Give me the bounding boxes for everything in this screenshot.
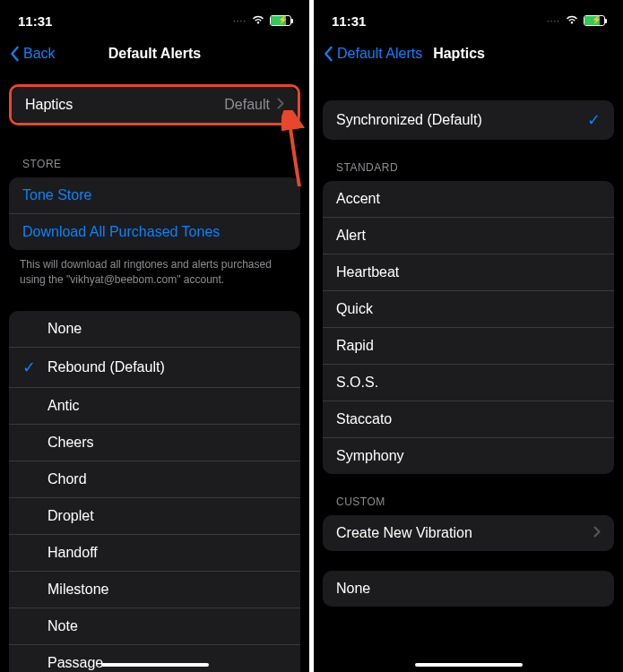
wifi-icon	[251, 13, 265, 29]
home-indicator[interactable]	[101, 663, 209, 667]
download-all-link[interactable]: Download All Purchased Tones	[9, 214, 300, 250]
status-icons: ···· ⚡	[547, 13, 605, 29]
haptic-label: Alert	[336, 228, 366, 244]
tone-label: Milestone	[48, 582, 108, 598]
tone-label: Rebound (Default)	[48, 359, 165, 375]
haptic-row[interactable]: Alert	[323, 218, 614, 254]
nav-title: Default Alerts	[108, 46, 201, 62]
none-cell[interactable]: None	[323, 571, 614, 607]
tone-row[interactable]: Droplet	[9, 498, 300, 535]
haptic-row[interactable]: Accent	[323, 181, 614, 218]
tone-label: Handoff	[48, 545, 98, 561]
none-group: None	[323, 571, 614, 607]
nav-bar: Back Default Alerts	[0, 36, 309, 73]
haptic-label: Accent	[336, 191, 380, 207]
check-icon: ✓	[587, 110, 601, 130]
tone-row[interactable]: Note	[9, 608, 300, 645]
haptics-row-highlight: Haptics Default	[9, 84, 300, 125]
tone-list: None✓Rebound (Default)AnticCheersChordDr…	[9, 311, 300, 672]
synced-label: Synchronized (Default)	[336, 112, 482, 128]
status-bar: 11:31 ···· ⚡	[314, 0, 623, 36]
nav-title: Haptics	[433, 46, 485, 62]
wifi-icon	[565, 13, 579, 29]
check-col: ✓	[22, 358, 48, 377]
store-group: Tone Store Download All Purchased Tones	[9, 177, 300, 250]
back-label: Default Alerts	[337, 46, 422, 62]
battery-icon: ⚡	[584, 15, 605, 26]
tone-label: Chord	[48, 471, 87, 487]
tone-label: Passage	[48, 655, 103, 671]
standard-group: AccentAlertHeartbeatQuickRapidS.O.S.Stac…	[323, 181, 614, 474]
chevron-right-icon	[593, 525, 601, 541]
back-button[interactable]: Back	[9, 46, 56, 62]
haptic-row[interactable]: Staccato	[323, 401, 614, 438]
check-icon: ✓	[22, 358, 36, 376]
haptic-row[interactable]: Rapid	[323, 328, 614, 365]
status-icons: ···· ⚡	[233, 13, 291, 29]
chevron-right-icon	[277, 97, 284, 113]
haptics-label: Haptics	[25, 97, 73, 113]
battery-icon: ⚡	[270, 15, 291, 26]
chevron-left-icon	[9, 46, 20, 62]
cellular-icon: ····	[547, 16, 560, 26]
haptics-value: Default	[224, 97, 284, 113]
tone-store-link[interactable]: Tone Store	[9, 177, 300, 214]
create-new-vibration-cell[interactable]: Create New Vibration	[323, 515, 614, 551]
tone-row[interactable]: None	[9, 311, 300, 348]
haptic-label: Rapid	[336, 338, 374, 354]
cellular-icon: ····	[233, 16, 247, 26]
status-time: 11:31	[18, 13, 52, 29]
tone-label: Droplet	[48, 508, 94, 524]
custom-group: Create New Vibration	[323, 515, 614, 551]
standard-header: STANDARD	[314, 140, 623, 181]
back-label: Back	[23, 46, 56, 62]
tone-label: Note	[48, 618, 78, 634]
content: Synchronized (Default) ✓ STANDARD Accent…	[314, 73, 623, 607]
screen-default-alerts: 11:31 ···· ⚡ Back Default Alerts Haptics…	[0, 0, 309, 672]
back-button[interactable]: Default Alerts	[323, 46, 422, 62]
chevron-left-icon	[323, 46, 333, 62]
haptic-label: Staccato	[336, 411, 392, 427]
haptic-label: Quick	[336, 301, 373, 317]
haptic-row[interactable]: Quick	[323, 291, 614, 328]
haptic-label: Heartbeat	[336, 264, 399, 280]
haptic-label: S.O.S.	[336, 375, 378, 391]
haptics-cell[interactable]: Haptics Default	[12, 87, 298, 123]
haptic-row[interactable]: Symphony	[323, 438, 614, 474]
screen-haptics: 11:31 ···· ⚡ Default Alerts Haptics Sync…	[314, 0, 623, 672]
custom-header: CUSTOM	[314, 474, 623, 515]
tone-row[interactable]: Antic	[9, 388, 300, 425]
store-header: STORE	[0, 136, 309, 177]
tone-label: Antic	[48, 398, 80, 414]
status-time: 11:31	[332, 13, 366, 29]
synced-cell[interactable]: Synchronized (Default) ✓	[323, 100, 614, 140]
tone-row[interactable]: Chord	[9, 461, 300, 498]
tone-row[interactable]: Cheers	[9, 425, 300, 461]
tone-row[interactable]: Passage	[9, 645, 300, 672]
tone-row[interactable]: Handoff	[9, 535, 300, 572]
haptic-row[interactable]: Heartbeat	[323, 254, 614, 291]
status-bar: 11:31 ···· ⚡	[0, 0, 309, 36]
tone-label: None	[48, 321, 82, 337]
store-footer: This will download all ringtones and ale…	[0, 250, 309, 295]
home-indicator[interactable]	[415, 663, 523, 667]
tone-label: Cheers	[48, 435, 94, 451]
content: Haptics Default STORE Tone Store Downloa…	[0, 84, 309, 672]
haptic-label: Symphony	[336, 448, 404, 464]
nav-bar: Default Alerts Haptics	[314, 36, 623, 73]
tone-row[interactable]: ✓Rebound (Default)	[9, 348, 300, 388]
haptic-row[interactable]: S.O.S.	[323, 365, 614, 401]
tone-row[interactable]: Milestone	[9, 572, 300, 608]
synced-group: Synchronized (Default) ✓	[323, 100, 614, 140]
